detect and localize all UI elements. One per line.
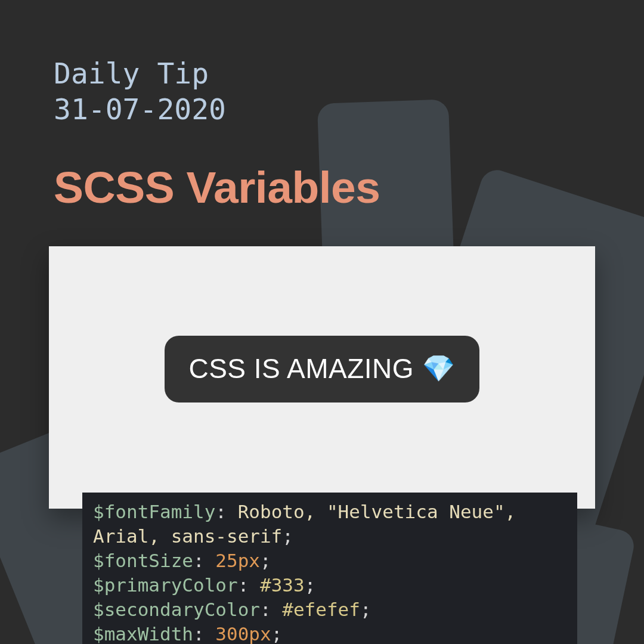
code-var: $secondaryColor <box>93 599 260 620</box>
code-punct: ; <box>282 525 293 547</box>
code-value: 300px <box>215 623 271 644</box>
date-label: 31-07-2020 <box>54 91 644 127</box>
code-punct: : <box>260 599 282 620</box>
demo-pill: CSS IS AMAZING 💎 <box>165 336 479 402</box>
code-punct: ; <box>271 623 283 644</box>
preview-panel: CSS IS AMAZING 💎 <box>49 246 595 509</box>
code-punct: : <box>215 501 237 522</box>
code-punct: : <box>193 623 215 644</box>
code-var: $fontFamily <box>93 501 215 522</box>
code-value: 25px <box>215 550 260 571</box>
code-punct: ; <box>260 550 271 571</box>
code-value: #333 <box>260 574 305 596</box>
page-title: SCSS Variables <box>54 162 644 213</box>
code-var: $fontSize <box>93 550 193 571</box>
code-punct: : <box>238 574 260 596</box>
code-value: #efefef <box>282 599 360 620</box>
code-var: $primaryColor <box>93 574 238 596</box>
code-punct: : <box>193 550 215 571</box>
code-punct: ; <box>305 574 316 596</box>
gem-icon: 💎 <box>422 355 456 382</box>
header: Daily Tip 31-07-2020 SCSS Variables <box>0 0 644 213</box>
code-var: $maxWidth <box>93 623 193 644</box>
demo-pill-text: CSS IS AMAZING <box>188 352 414 385</box>
code-block: $fontFamily: Roboto, "Helvetica Neue", A… <box>82 493 577 644</box>
kicker-label: Daily Tip <box>54 55 644 91</box>
code-punct: ; <box>360 599 371 620</box>
